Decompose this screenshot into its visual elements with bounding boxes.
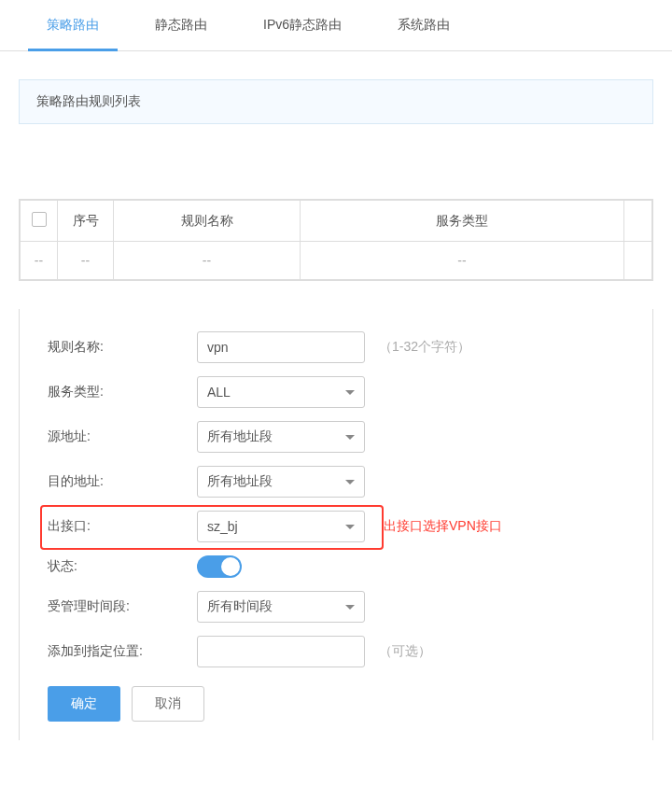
- label-insert-pos: 添加到指定位置:: [48, 643, 197, 660]
- label-status: 状态:: [48, 558, 197, 575]
- section-title: 策略路由规则列表: [19, 79, 653, 124]
- ok-button[interactable]: 确定: [48, 686, 120, 722]
- th-extra: [624, 201, 652, 242]
- rule-name-input[interactable]: [207, 340, 355, 355]
- time-range-value: 所有时间段: [207, 598, 273, 615]
- tabs-bar: 策略路由 静态路由 IPv6静态路由 系统路由: [0, 0, 672, 51]
- insert-pos-input[interactable]: [207, 644, 355, 659]
- caret-down-icon: [345, 480, 355, 484]
- label-rule-name: 规则名称:: [48, 339, 197, 356]
- th-checkbox: [21, 201, 58, 242]
- service-type-value: ALL: [207, 385, 231, 400]
- cell-extra: [624, 242, 652, 280]
- service-type-select[interactable]: ALL: [197, 376, 365, 408]
- caret-down-icon: [345, 435, 355, 440]
- rule-name-hint: （1-32个字符）: [379, 339, 470, 356]
- rule-form: 规则名称: （1-32个字符） 服务类型: ALL 源地址: 所有地址段 目的地…: [19, 309, 653, 740]
- label-out-if: 出接口:: [48, 518, 197, 535]
- label-dst-addr: 目的地址:: [48, 473, 197, 490]
- dst-addr-value: 所有地址段: [207, 473, 273, 490]
- rule-name-input-wrap[interactable]: [197, 331, 365, 363]
- time-range-select[interactable]: 所有时间段: [197, 591, 365, 623]
- th-index: 序号: [58, 201, 114, 242]
- tab-ipv6-static-route[interactable]: IPv6静态路由: [235, 0, 370, 50]
- rule-table: 序号 规则名称 服务类型 -- -- -- --: [19, 199, 653, 281]
- out-if-annotation: 出接口选择VPN接口: [384, 518, 502, 535]
- tab-policy-route[interactable]: 策略路由: [19, 0, 127, 50]
- cancel-button[interactable]: 取消: [132, 686, 204, 722]
- th-name: 规则名称: [114, 201, 301, 242]
- out-if-select[interactable]: sz_bj: [197, 511, 365, 542]
- status-toggle[interactable]: [197, 555, 242, 578]
- insert-pos-hint: （可选）: [379, 643, 431, 660]
- insert-pos-input-wrap[interactable]: [197, 636, 365, 667]
- label-service-type: 服务类型:: [48, 384, 197, 400]
- cell-index: --: [58, 242, 114, 280]
- label-src-addr: 源地址:: [48, 428, 197, 445]
- caret-down-icon: [345, 390, 355, 395]
- th-service: 服务类型: [301, 201, 624, 242]
- cell-service: --: [301, 242, 624, 280]
- tab-static-route[interactable]: 静态路由: [127, 0, 235, 50]
- cell-name: --: [114, 242, 301, 280]
- select-all-checkbox[interactable]: [32, 212, 47, 227]
- cell-chk: --: [21, 242, 58, 280]
- tab-system-route[interactable]: 系统路由: [370, 0, 478, 50]
- dst-addr-select[interactable]: 所有地址段: [197, 466, 365, 498]
- caret-down-icon: [345, 605, 355, 610]
- out-if-value: sz_bj: [207, 519, 238, 534]
- src-addr-select[interactable]: 所有地址段: [197, 421, 365, 453]
- src-addr-value: 所有地址段: [207, 428, 273, 445]
- table-row: -- -- -- --: [21, 242, 652, 280]
- label-time-range: 受管理时间段:: [48, 598, 197, 615]
- caret-down-icon: [345, 525, 355, 529]
